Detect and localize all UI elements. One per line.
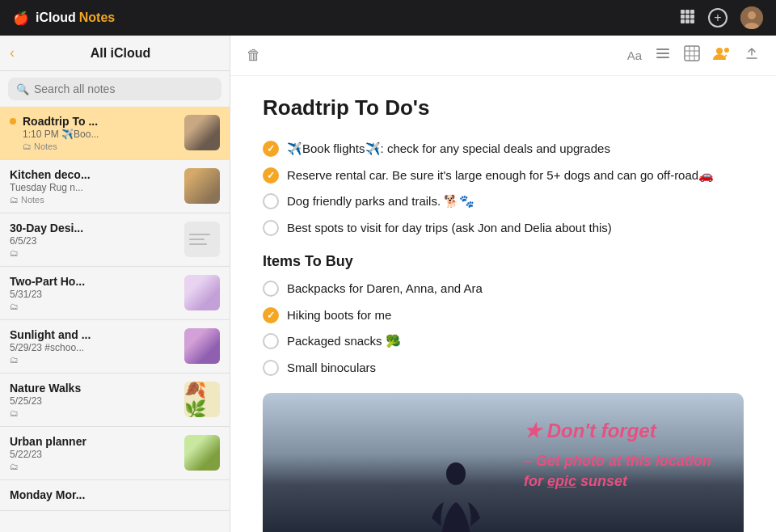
note-title: Roadtrip To ...	[23, 115, 178, 128]
folder-icon: 🗂	[10, 462, 19, 471]
note-body: Roadtrip To Do's ✈️Book flights✈️: check…	[230, 76, 776, 532]
checklist-item: Dog friendly parks and trails. 🐕🐾	[263, 192, 744, 211]
list-item[interactable]: Monday Mor...	[0, 480, 230, 511]
note-folder: 🗂	[10, 302, 178, 311]
folder-icon: 🗂	[10, 355, 19, 365]
note-title: 30-Day Desi...	[10, 222, 178, 234]
svg-rect-15	[685, 46, 699, 61]
note-folder: 🗂	[10, 355, 178, 365]
list-item[interactable]: Kitchen deco... Tuesday Rug n... 🗂 Notes	[0, 160, 230, 213]
checklist-item: Hiking boots for me	[263, 306, 744, 325]
note-item-text: Urban planner 5/22/23 🗂	[10, 435, 178, 471]
sidebar-back-button[interactable]: ‹	[10, 44, 15, 61]
toolbar-left: 🗑	[247, 47, 261, 64]
sidebar-title: All iCloud	[21, 46, 220, 61]
svg-rect-1	[685, 10, 690, 14]
checkbox[interactable]	[263, 193, 279, 209]
list-item[interactable]: Roadtrip To ... 1:10 PM ✈️Boo... 🗂 Notes	[0, 107, 230, 160]
svg-rect-12	[656, 49, 669, 50]
toolbar-right: Aa	[627, 45, 760, 65]
apple-logo-icon: 🍎	[13, 11, 29, 26]
checkbox[interactable]	[263, 360, 279, 376]
checklist-item: Best spots to visit for day trips (ask J…	[263, 219, 744, 238]
svg-rect-0	[681, 10, 685, 14]
note-item-text: Sunlight and ... 5/29/23 #schoo... 🗂	[10, 328, 178, 365]
note-image: ★ Don't forget – Get photo at this locat…	[263, 393, 744, 532]
export-icon[interactable]	[744, 45, 760, 65]
sidebar: ‹ All iCloud 🔍 Roadtrip To ... 1:10 PM ✈…	[0, 36, 230, 532]
note-meta: 5/31/23	[10, 289, 178, 300]
note-title: Nature Walks	[10, 382, 178, 395]
app-brand: iCloud Notes	[36, 11, 115, 25]
svg-rect-4	[685, 15, 690, 19]
note-content-area: 🗑 Aa	[230, 36, 776, 532]
folder-icon: 🗂	[10, 195, 19, 205]
check-item-text: Reserve rental car. Be sure it's large e…	[287, 167, 714, 185]
checklist-icon[interactable]	[655, 45, 671, 65]
checklist-item: ✈️Book flights✈️: check for any special …	[263, 140, 744, 158]
note-folder: 🗂 Notes	[10, 195, 178, 205]
brand-notes: Notes	[79, 11, 115, 25]
note-meta: 1:10 PM ✈️Boo...	[23, 129, 178, 140]
list-item[interactable]: Sunlight and ... 5/29/23 #schoo... 🗂	[0, 320, 230, 374]
user-avatar[interactable]	[740, 6, 763, 29]
svg-rect-5	[690, 15, 694, 19]
brand-icloud: iCloud	[36, 11, 76, 25]
checkbox[interactable]	[263, 281, 279, 297]
note-folder: 🗂 Notes	[23, 141, 178, 151]
list-item[interactable]: 30-Day Desi... 6/5/23 🗂	[0, 213, 230, 267]
note-item-text: 30-Day Desi... 6/5/23 🗂	[10, 222, 178, 258]
checklist-item: Packaged snacks 🥦	[263, 332, 744, 351]
checklist-item: Backpacks for Daren, Anna, and Ara	[263, 280, 744, 298]
svg-rect-3	[681, 15, 685, 19]
sidebar-search-area: 🔍	[0, 71, 230, 107]
checkbox[interactable]	[263, 220, 279, 236]
list-item[interactable]: Urban planner 5/22/23 🗂	[0, 427, 230, 480]
checklist-item: Reserve rental car. Be sure it's large e…	[263, 167, 744, 185]
check-item-text: Hiking boots for me	[287, 306, 391, 325]
section-heading: Items To Buy	[263, 253, 744, 270]
add-button[interactable]: +	[708, 8, 728, 27]
checklist-section-items-to-buy: Items To Buy Backpacks for Daren, Anna, …	[263, 253, 744, 377]
table-icon[interactable]	[684, 45, 700, 65]
note-thumbnail	[184, 435, 220, 471]
search-input[interactable]	[34, 82, 213, 95]
folder-icon: 🗂	[10, 248, 19, 258]
checkbox[interactable]	[263, 167, 279, 184]
handwritten-line1: ★ Don't forget	[524, 417, 711, 445]
svg-rect-8	[690, 19, 694, 23]
note-meta: Tuesday Rug n...	[10, 182, 178, 193]
folder-icon: 🗂	[10, 408, 19, 418]
svg-rect-6	[681, 19, 685, 23]
top-bar-right: +	[679, 6, 763, 29]
svg-rect-13	[656, 53, 669, 54]
checkbox[interactable]	[263, 333, 279, 349]
note-title: Kitchen deco...	[10, 168, 178, 181]
note-thumbnail	[184, 222, 220, 257]
checkbox[interactable]	[263, 307, 279, 323]
share-collaborators-icon[interactable]	[713, 45, 731, 65]
list-item[interactable]: Two-Part Ho... 5/31/23 🗂	[0, 267, 230, 320]
list-item[interactable]: Nature Walks 5/25/23 🗂 🍂🌿	[0, 374, 230, 427]
note-meta: 5/29/23 #schoo...	[10, 342, 178, 353]
note-folder: 🗂	[10, 462, 178, 471]
delete-icon[interactable]: 🗑	[247, 47, 261, 64]
note-item-text: Nature Walks 5/25/23 🗂	[10, 382, 178, 418]
note-folder: 🗂	[10, 248, 178, 258]
note-title: Roadtrip To Do's	[263, 95, 744, 120]
handwritten-line3: for epic sunset	[524, 471, 711, 492]
svg-rect-7	[685, 19, 690, 23]
svg-rect-2	[690, 10, 694, 14]
top-bar: 🍎 iCloud Notes +	[0, 0, 776, 36]
folder-icon: 🗂	[10, 302, 19, 311]
note-thumbnail	[184, 328, 220, 364]
note-item-text: Roadtrip To ... 1:10 PM ✈️Boo... 🗂 Notes	[23, 115, 178, 151]
format-text-icon[interactable]: Aa	[627, 49, 642, 62]
note-item-text: Monday Mor...	[10, 488, 220, 502]
check-item-text: Dog friendly parks and trails. 🐕🐾	[287, 192, 474, 211]
svg-point-10	[748, 11, 756, 19]
sidebar-header: ‹ All iCloud	[0, 36, 230, 71]
grid-button[interactable]	[679, 8, 695, 28]
checkbox[interactable]	[263, 141, 279, 157]
shared-indicator	[10, 118, 16, 125]
